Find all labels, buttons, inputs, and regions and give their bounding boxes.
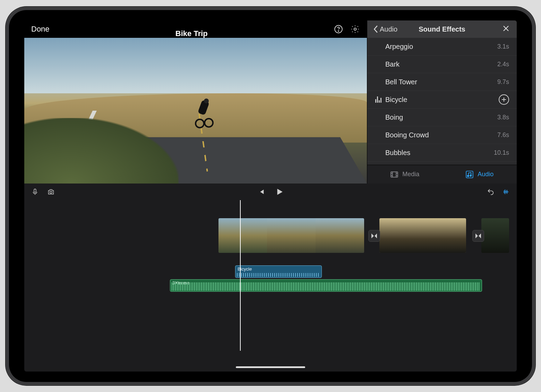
sfx-duration: 10.1s [494,149,509,156]
video-clip[interactable] [379,218,466,253]
close-icon[interactable] [501,24,511,35]
help-icon[interactable] [334,24,343,34]
svg-point-6 [470,175,471,176]
svg-point-8 [50,191,52,193]
settings-icon[interactable] [350,24,360,34]
playhead[interactable] [240,200,241,351]
done-button[interactable]: Done [31,25,50,34]
svg-rect-4 [466,171,473,178]
svg-point-1 [338,31,339,31]
tab-audio[interactable]: Audio [442,165,517,184]
media-browser-panel: Audio Sound Effects Arpeggio3.1sBark2.4s… [367,20,517,184]
camera-icon[interactable] [47,188,55,196]
svg-rect-7 [34,189,36,193]
sfx-duration: 3.8s [497,114,509,121]
sound-effect-clip[interactable]: Bicycle [235,265,322,278]
sfx-duration: 2.4s [497,61,509,68]
sound-effect-item[interactable]: Bubbles10.1s [367,144,517,162]
play-icon[interactable] [275,187,284,196]
timeline[interactable]: Bicycle 3Xtreme [24,200,517,372]
sfx-duration: 9.7s [497,78,509,86]
sound-effect-item[interactable]: Boing3.8s [367,109,517,126]
transition-icon[interactable] [472,230,484,242]
project-title: Bike Trip [50,29,334,38]
tab-media[interactable]: Media [367,165,442,184]
sound-effect-item[interactable]: Bicycle [367,91,517,109]
svg-point-2 [354,28,357,31]
sfx-name: Bark [385,60,497,68]
sfx-name: Bubbles [385,149,494,157]
music-clip[interactable]: 3Xtreme [170,279,482,292]
sound-effect-item[interactable]: Booing Crowd7.6s [367,126,517,144]
back-label: Audio [380,25,397,33]
playback-controls [24,184,517,200]
sfx-duration: 7.6s [497,131,509,139]
ipad-frame: Done Bike Trip [6,7,535,385]
rewind-icon[interactable] [257,188,265,196]
equalizer-icon [371,96,385,103]
add-sound-button[interactable] [499,94,509,105]
transition-icon[interactable] [368,230,380,242]
video-preview[interactable] [24,38,367,184]
sound-effect-item[interactable]: Camera Shutter0.5s [367,162,517,165]
voiceover-mic-icon[interactable] [31,188,39,196]
waveform-icon[interactable] [502,188,510,196]
sound-effect-item[interactable]: Bark2.4s [367,56,517,73]
undo-icon[interactable] [487,188,495,196]
sound-effect-item[interactable]: Arpeggio3.1s [367,38,517,56]
sfx-name: Booing Crowd [385,131,497,139]
home-indicator[interactable] [236,366,305,368]
sound-effects-list: Arpeggio3.1sBark2.4sBell Tower9.7sBicycl… [367,38,517,165]
svg-rect-3 [391,172,398,177]
svg-point-5 [467,175,469,177]
sfx-name: Bell Tower [385,78,497,86]
sfx-duration: 3.1s [497,43,509,50]
title-bar: Done Bike Trip [24,20,367,38]
sfx-name: Bicycle [385,96,499,104]
sfx-name: Arpeggio [385,43,497,51]
back-button[interactable]: Audio [373,25,397,33]
video-clip[interactable] [481,218,509,253]
sfx-name: Boing [385,113,497,121]
sound-effect-item[interactable]: Bell Tower9.7s [367,73,517,91]
